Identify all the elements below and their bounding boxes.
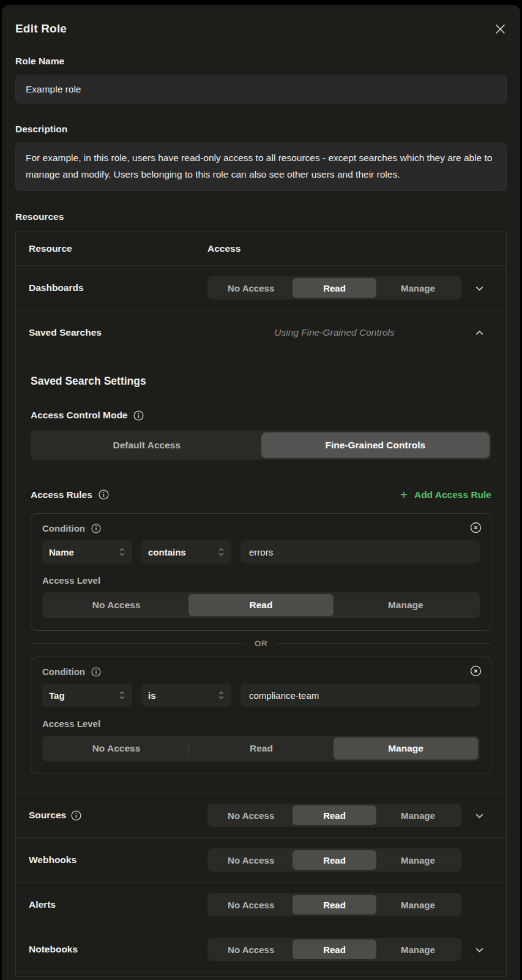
no-access-button[interactable]: No Access [209,805,293,825]
no-access-button[interactable]: No Access [44,737,188,760]
chevron-up-icon[interactable] [474,328,485,338]
modal-header: Edit Role [15,22,507,36]
info-icon[interactable] [133,410,144,421]
access-level-control: No Access Read Manage [42,592,480,618]
read-button[interactable]: Read [188,594,333,616]
access-level-control: No Access Read Manage [42,736,480,761]
resource-name: Alerts [29,899,207,910]
field-select[interactable]: Name [42,540,132,564]
fine-grained-controls-option[interactable]: Fine-Grained Controls [261,432,490,458]
alerts-access-control: No Access Read Manage [207,893,461,916]
resources-section-label: Resources [15,211,507,222]
access-level-label: Access Level [42,718,480,729]
operator-select-value: contains [148,547,186,557]
manage-button[interactable]: Manage [376,278,460,298]
condition-row: Condition [42,523,480,533]
info-icon[interactable] [91,667,101,677]
read-button[interactable]: Read [293,940,376,959]
condition-label: Condition [42,666,85,677]
table-row-sources: Sources No Access Read Manage [16,793,506,837]
divider [276,643,491,644]
dashboards-access-control: No Access Read Manage [207,276,461,300]
info-icon[interactable] [71,810,81,821]
sources-access-control: No Access Read Manage [207,804,461,827]
divider [31,643,246,644]
table-row-webhooks: Webhooks No Access Read Manage [16,837,506,882]
add-access-rule-button[interactable]: + Add Access Rule [400,488,491,501]
manage-button[interactable]: Manage [376,850,460,870]
no-access-button[interactable]: No Access [209,278,293,298]
no-access-button[interactable]: No Access [44,594,188,616]
read-button[interactable]: Read [293,805,376,825]
condition-value-input[interactable]: errors [240,540,480,564]
manage-button[interactable]: Manage [334,737,478,760]
role-name-label: Role Name [15,56,507,67]
chevron-down-icon[interactable] [474,944,485,955]
description-label: Description [15,124,507,135]
resources-table: Resource Access Dashboards No Access Rea… [15,232,507,977]
table-row-alerts: Alerts No Access Read Manage [16,882,506,927]
condition-row: Condition [42,666,480,677]
description-input[interactable]: For example, in this role, users have re… [15,143,507,191]
condition-value-input[interactable]: compliance-team [240,684,480,707]
table-row-dashboards: Dashboards No Access Read Manage [16,265,506,310]
resource-name: Saved Searches [29,327,207,338]
access-level-label: Access Level [42,575,480,586]
info-icon[interactable] [91,524,101,533]
resource-name: Sources [29,810,66,821]
page-title: Edit Role [15,22,67,36]
or-label: OR [255,639,267,648]
table-row-notebooks: Notebooks No Access Read Manage [16,927,506,971]
read-button[interactable]: Read [189,737,334,760]
field-select-value: Name [49,547,74,557]
resource-column-header: Resource [29,243,207,254]
operator-select[interactable]: is [141,684,231,707]
saved-search-settings-panel: Saved Search Settings Access Control Mod… [16,355,506,793]
field-select-value: Tag [49,690,65,701]
info-icon[interactable] [99,489,109,500]
no-access-button[interactable]: No Access [209,940,293,959]
field-select[interactable]: Tag [42,684,132,707]
saved-search-settings-title: Saved Search Settings [31,375,491,388]
read-button[interactable]: Read [293,850,376,870]
webhooks-access-control: No Access Read Manage [207,848,461,872]
manage-button[interactable]: Manage [376,895,460,914]
plus-icon: + [400,488,408,501]
condition-inputs: Name contains errors [42,540,480,564]
operator-select[interactable]: contains [141,540,231,564]
operator-select-value: is [148,690,156,701]
default-access-option[interactable]: Default Access [32,432,261,458]
access-rules-label: Access Rules [31,489,92,500]
resource-name: Dashboards [29,282,207,293]
access-control-mode-row: Access Control Mode [31,410,491,421]
manage-button[interactable]: Manage [376,940,460,959]
read-button[interactable]: Read [293,895,376,914]
edit-role-modal: Edit Role Role Name Example role Descrip… [2,5,520,980]
manage-button[interactable]: Manage [376,805,460,825]
remove-rule-icon[interactable] [470,665,482,677]
close-icon[interactable] [494,23,507,36]
condition-inputs: Tag is compliance-team [42,684,480,707]
access-rule-card: Condition Name contains [31,513,491,631]
access-column-header: Access [207,243,240,254]
remove-rule-icon[interactable] [470,522,482,533]
no-access-button[interactable]: No Access [209,895,293,914]
or-divider: OR [31,639,491,648]
chevron-down-icon[interactable] [474,283,485,293]
read-button[interactable]: Read [293,278,376,298]
role-name-input[interactable]: Example role [15,75,507,104]
chevron-updown-icon [218,546,225,557]
chevron-updown-icon [119,546,125,557]
chevron-updown-icon [119,690,125,701]
table-row-cutoff [16,971,506,976]
manage-button[interactable]: Manage [334,594,478,616]
condition-label: Condition [42,523,85,533]
resource-name: Notebooks [29,944,207,955]
chevron-updown-icon [218,690,225,701]
no-access-button[interactable]: No Access [209,850,293,870]
notebooks-access-control: No Access Read Manage [207,938,461,961]
chevron-down-icon[interactable] [474,810,485,821]
access-rules-header: Access Rules + Add Access Rule [31,488,491,501]
table-row-saved-searches: Saved Searches Using Fine-Grained Contro… [16,310,506,355]
access-control-mode-toggle: Default Access Fine-Grained Controls [31,431,491,460]
